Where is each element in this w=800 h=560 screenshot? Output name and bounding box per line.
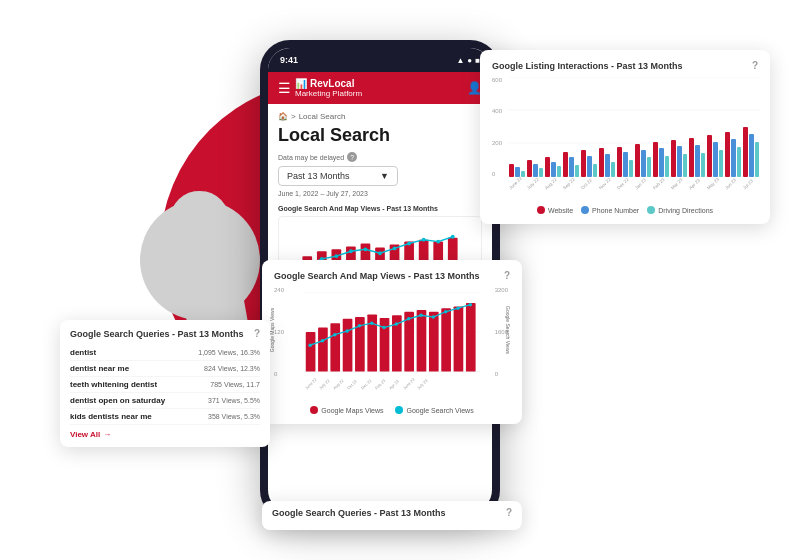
svg-rect-53 bbox=[659, 148, 664, 177]
svg-rect-50 bbox=[641, 150, 646, 177]
svg-rect-43 bbox=[599, 148, 604, 177]
svg-rect-55 bbox=[671, 140, 676, 177]
svg-point-87 bbox=[308, 343, 312, 347]
y-left-120: 120 bbox=[274, 329, 284, 335]
breadcrumb-home[interactable]: 🏠 bbox=[278, 112, 288, 121]
y-axis-labels: 600 400 200 0 bbox=[492, 77, 502, 177]
legend-dot-driving bbox=[647, 206, 655, 214]
query-term-4: kids dentists near me bbox=[70, 412, 152, 421]
svg-rect-61 bbox=[707, 135, 712, 177]
svg-point-98 bbox=[444, 310, 448, 314]
date-range: June 1, 2022 – July 27, 2023 bbox=[278, 190, 482, 197]
query-term-1: dentist near me bbox=[70, 364, 129, 373]
time-period-dropdown[interactable]: Past 13 Months ▼ bbox=[278, 166, 398, 186]
svg-point-97 bbox=[432, 315, 436, 319]
svg-rect-67 bbox=[743, 127, 748, 177]
y-left-labels: 240 120 0 bbox=[274, 287, 284, 377]
svg-point-96 bbox=[419, 314, 423, 318]
query-stats-4: 358 Views, 5.3% bbox=[208, 413, 260, 420]
svg-rect-73 bbox=[306, 332, 316, 372]
query-term-3: dentist open on saturday bbox=[70, 396, 165, 405]
y-right-title: Google Search Views bbox=[505, 306, 511, 354]
query-term-2: teeth whitening dentist bbox=[70, 380, 157, 389]
svg-rect-68 bbox=[749, 134, 754, 177]
svg-point-100 bbox=[469, 303, 473, 307]
queries-card-title: Google Search Queries - Past 13 Months ? bbox=[70, 328, 260, 339]
svg-rect-34 bbox=[545, 157, 550, 177]
svg-rect-69 bbox=[755, 142, 759, 177]
phone-chart-title: Google Search And Map Views - Past 13 Mo… bbox=[278, 205, 482, 212]
svg-point-22 bbox=[436, 240, 440, 244]
bottom-info-icon[interactable]: ? bbox=[506, 507, 512, 518]
queries-info-icon[interactable]: ? bbox=[254, 328, 260, 339]
svg-point-93 bbox=[382, 326, 386, 330]
queries-card: Google Search Queries - Past 13 Months ?… bbox=[60, 320, 270, 447]
bars-area: June 22 July 22 Aug 22 Sep 22 Oct 22 Nov… bbox=[508, 77, 760, 192]
legend-search-views: Google Search Views bbox=[395, 406, 473, 414]
view-all-arrow: → bbox=[103, 430, 111, 439]
bottom-card-title: Google Search Queries - Past 13 Months ? bbox=[272, 507, 512, 518]
svg-rect-66 bbox=[737, 147, 741, 177]
breadcrumb: 🏠 > Local Search bbox=[278, 112, 482, 121]
y-label-400: 400 bbox=[492, 108, 502, 114]
y-right-3200: 3200 bbox=[495, 287, 508, 293]
query-term-0: dentist bbox=[70, 348, 96, 357]
breadcrumb-sep: > bbox=[291, 112, 296, 121]
svg-rect-83 bbox=[429, 312, 439, 372]
svg-point-16 bbox=[349, 249, 353, 253]
svg-rect-58 bbox=[689, 138, 694, 177]
svg-rect-85 bbox=[454, 306, 464, 371]
svg-rect-44 bbox=[605, 154, 610, 177]
y-label-200: 200 bbox=[492, 140, 502, 146]
svg-point-88 bbox=[321, 339, 325, 343]
listing-info-icon[interactable]: ? bbox=[752, 60, 758, 71]
search-map-chart-wrapper: 240 120 0 3200 1600 0 Google Maps Views … bbox=[304, 287, 480, 381]
view-all-link[interactable]: View All → bbox=[70, 430, 260, 439]
svg-point-89 bbox=[333, 333, 337, 337]
query-row-4: kids dentists near me 358 Views, 5.3% bbox=[70, 409, 260, 425]
svg-rect-65 bbox=[731, 139, 736, 177]
svg-point-15 bbox=[334, 254, 338, 258]
svg-rect-64 bbox=[725, 132, 730, 177]
phone-notch: 9:41 ▲●■ bbox=[268, 48, 492, 72]
svg-rect-76 bbox=[343, 319, 353, 372]
svg-point-91 bbox=[358, 324, 362, 328]
phone-header: ☰ 📊 RevLocal Marketing Platform 👤 bbox=[268, 72, 492, 104]
svg-point-19 bbox=[393, 246, 397, 250]
search-map-card-title: Google Search And Map Views - Past 13 Mo… bbox=[274, 270, 510, 281]
svg-rect-52 bbox=[653, 142, 658, 177]
y-right-0: 0 bbox=[495, 371, 508, 377]
legend-dot-search bbox=[395, 406, 403, 414]
listing-card-title: Google Listing Interactions - Past 13 Mo… bbox=[492, 60, 758, 71]
legend-dot-website bbox=[537, 206, 545, 214]
svg-rect-49 bbox=[635, 144, 640, 177]
y-left-title: Google Maps Views bbox=[269, 308, 275, 352]
search-map-x-labels: June 22 July 22 Aug 22 Oct 22 Dec 22 Feb… bbox=[304, 383, 510, 392]
query-row-0: dentist 1,095 Views, 16.3% bbox=[70, 345, 260, 361]
svg-point-21 bbox=[422, 238, 426, 242]
dropdown-arrow: ▼ bbox=[380, 171, 389, 181]
svg-rect-59 bbox=[695, 145, 700, 177]
search-map-info-icon[interactable]: ? bbox=[504, 270, 510, 281]
query-row-2: teeth whitening dentist 785 Views, 11.7 bbox=[70, 377, 260, 393]
legend-driving: Driving Directions bbox=[647, 206, 713, 214]
svg-rect-75 bbox=[330, 323, 340, 371]
svg-rect-84 bbox=[441, 308, 451, 371]
svg-rect-31 bbox=[527, 160, 532, 177]
svg-point-99 bbox=[456, 306, 460, 310]
svg-point-95 bbox=[407, 317, 411, 321]
query-row-1: dentist near me 824 Views, 12.3% bbox=[70, 361, 260, 377]
svg-rect-54 bbox=[665, 156, 669, 177]
breadcrumb-current: Local Search bbox=[299, 112, 346, 121]
legend-dot-maps bbox=[310, 406, 318, 414]
y-label-600: 600 bbox=[492, 77, 502, 83]
x-axis-labels: June 22 July 22 Aug 22 Sep 22 Oct 22 Nov… bbox=[508, 183, 760, 192]
svg-rect-60 bbox=[701, 153, 705, 177]
query-stats-3: 371 Views, 5.5% bbox=[208, 397, 260, 404]
search-map-chart-svg bbox=[304, 287, 480, 377]
svg-rect-40 bbox=[581, 150, 586, 177]
page-title: Local Search bbox=[278, 125, 482, 146]
svg-rect-46 bbox=[617, 147, 622, 177]
query-stats-1: 824 Views, 12.3% bbox=[204, 365, 260, 372]
info-icon: ? bbox=[347, 152, 357, 162]
